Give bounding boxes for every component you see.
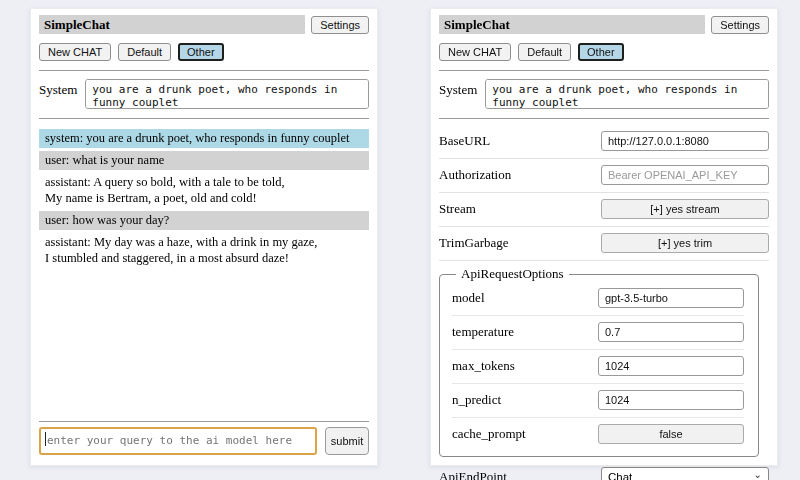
title-row: SimpleChat Settings (439, 15, 769, 34)
api-request-options-fieldset: ApiRequestOptions model temperature max_… (439, 266, 759, 457)
system-prompt-row: System you are a drunk poet, who respond… (439, 79, 769, 109)
session-tab-default[interactable]: Default (118, 43, 171, 61)
setting-label: n_predict (452, 392, 501, 408)
setting-row-baseurl: BaseURL (439, 125, 769, 159)
apiendpoint-select[interactable]: Chat ⌄ (601, 467, 769, 480)
baseurl-input[interactable] (601, 131, 769, 151)
api-request-options-legend: ApiRequestOptions (456, 266, 569, 282)
setting-label: cache_prompt (452, 426, 526, 442)
divider (39, 70, 369, 71)
chevron-down-icon: ⌄ (754, 470, 762, 480)
setting-label: ApiEndPoint (439, 469, 507, 480)
submit-button[interactable]: submit (325, 427, 369, 455)
settings-button[interactable]: Settings (711, 16, 769, 34)
new-chat-button[interactable]: New CHAT (439, 43, 511, 61)
app-title: SimpleChat (439, 15, 705, 34)
app-title: SimpleChat (39, 15, 305, 34)
chat-message-list: system: you are a drunk poet, who respon… (39, 129, 369, 271)
settings-list: BaseURL Authorization Stream [+] yes str… (439, 125, 769, 480)
settings-button[interactable]: Settings (311, 16, 369, 34)
setting-row-max-tokens: max_tokens (452, 350, 744, 384)
setting-label: temperature (452, 324, 514, 340)
title-row: SimpleChat Settings (39, 15, 369, 34)
stream-toggle-button[interactable]: [+] yes stream (601, 199, 769, 219)
setting-label: Stream (439, 201, 476, 217)
session-tab-other[interactable]: Other (178, 43, 224, 61)
settings-panel: SimpleChat Settings New CHAT Default Oth… (430, 8, 778, 466)
selected-option: Chat (608, 471, 632, 480)
chat-panel: SimpleChat Settings New CHAT Default Oth… (30, 8, 378, 466)
query-row: submit (39, 427, 369, 455)
session-tab-other[interactable]: Other (578, 43, 624, 61)
session-tab-default[interactable]: Default (518, 43, 571, 61)
system-prompt-row: System you are a drunk poet, who respond… (39, 79, 369, 109)
chat-session-toolbar: New CHAT Default Other (439, 43, 769, 61)
chat-message-user: user: how was your day? (39, 211, 369, 230)
setting-row-n-predict: n_predict (452, 384, 744, 418)
system-label: System (439, 79, 477, 109)
chat-message-system: system: you are a drunk poet, who respon… (39, 129, 369, 148)
system-label: System (39, 79, 77, 109)
new-chat-button[interactable]: New CHAT (39, 43, 111, 61)
setting-row-cache-prompt: cache_prompt false (452, 418, 744, 451)
max-tokens-input[interactable] (598, 356, 744, 376)
chat-message-assistant: assistant: A query so bold, with a tale … (39, 173, 369, 208)
divider (39, 118, 369, 119)
page: SimpleChat Settings New CHAT Default Oth… (0, 0, 800, 466)
system-prompt-input[interactable]: you are a drunk poet, who responds in fu… (485, 79, 769, 109)
authorization-input[interactable] (601, 165, 769, 185)
divider (439, 118, 769, 119)
setting-row-apiendpoint: ApiEndPoint Chat ⌄ (439, 461, 769, 480)
chat-session-toolbar: New CHAT Default Other (39, 43, 369, 61)
spacer (39, 271, 369, 415)
trimgarbage-toggle-button[interactable]: [+] yes trim (601, 233, 769, 253)
setting-label: Authorization (439, 167, 511, 183)
system-prompt-input[interactable]: you are a drunk poet, who responds in fu… (85, 79, 369, 109)
n-predict-input[interactable] (598, 390, 744, 410)
chat-message-user: user: what is your name (39, 151, 369, 170)
setting-row-trimgarbage: TrimGarbage [+] yes trim (439, 227, 769, 261)
setting-row-temperature: temperature (452, 316, 744, 350)
setting-row-stream: Stream [+] yes stream (439, 193, 769, 227)
setting-label: TrimGarbage (439, 235, 509, 251)
temperature-input[interactable] (598, 322, 744, 342)
setting-label: max_tokens (452, 358, 515, 374)
text-caret (45, 432, 46, 446)
model-input[interactable] (598, 288, 744, 308)
setting-row-authorization: Authorization (439, 159, 769, 193)
divider (39, 421, 369, 422)
cache-prompt-toggle-button[interactable]: false (598, 424, 744, 444)
setting-label: model (452, 290, 485, 306)
user-query-input[interactable] (39, 427, 317, 455)
setting-row-model: model (452, 282, 744, 316)
setting-label: BaseURL (439, 133, 490, 149)
divider (439, 70, 769, 71)
query-input-wrap (39, 427, 317, 455)
chat-message-assistant: assistant: My day was a haze, with a dri… (39, 233, 369, 268)
